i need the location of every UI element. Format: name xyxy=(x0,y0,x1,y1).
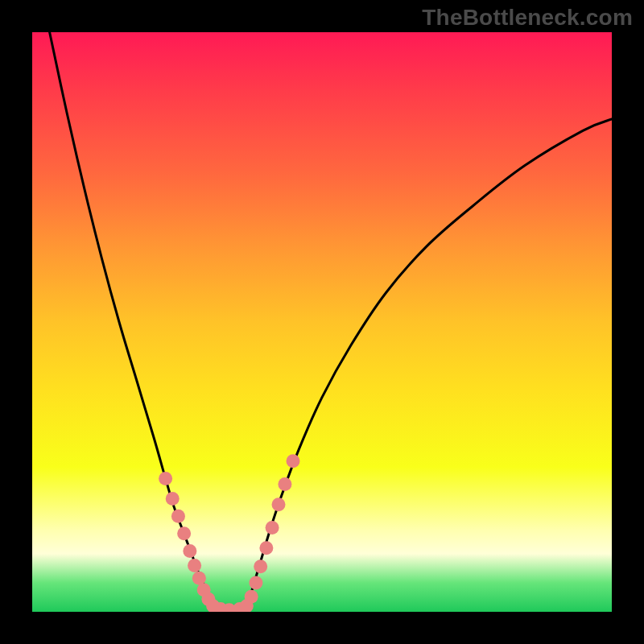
data-marker xyxy=(266,521,279,535)
data-marker xyxy=(166,492,180,506)
curve-group xyxy=(50,32,612,611)
data-marker xyxy=(278,477,291,491)
data-marker xyxy=(287,454,300,468)
data-marker xyxy=(171,510,185,523)
data-marker xyxy=(272,497,286,511)
series-left-curve xyxy=(50,32,215,609)
data-marker xyxy=(188,559,201,572)
data-marker xyxy=(177,526,191,540)
plot-area xyxy=(32,32,612,612)
data-marker xyxy=(259,541,273,555)
data-marker xyxy=(183,544,196,558)
data-marker xyxy=(245,590,258,604)
marker-group xyxy=(159,454,299,612)
data-marker xyxy=(249,576,262,590)
chart-frame: TheBottleneck.com xyxy=(0,0,644,644)
data-marker xyxy=(254,559,267,573)
curve-layer xyxy=(32,32,612,612)
watermark-text: TheBottleneck.com xyxy=(422,5,633,31)
data-marker xyxy=(159,472,172,485)
series-right-curve xyxy=(246,119,612,609)
